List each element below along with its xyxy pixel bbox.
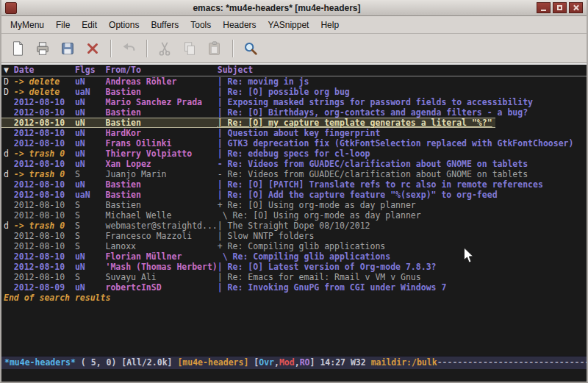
menu-item-headers[interactable]: Headers [217,17,262,33]
header-subject[interactable]: Subject [218,65,253,75]
save-button[interactable] [57,38,78,59]
date-column: 2012-08-10 [14,251,75,262]
from-column: Bastien [105,190,217,200]
message-row[interactable]: 2012-08-10uNXan Lopez- Re: Videos from G… [1,159,587,169]
message-row[interactable]: 2012-08-10uNMario Sanchez Prada| Exposin… [1,97,587,107]
subject-column: - Re: Videos from GUADEC/clarification a… [218,159,528,169]
subject-column: | Slow NNTP folders [218,231,315,241]
header-date[interactable]: Date [14,65,75,76]
close-buffer-button[interactable] [82,38,103,59]
subject-column: | Re: [O] Birthdays, org-contacts and ag… [218,107,528,118]
menu-item-file[interactable]: File [50,17,76,33]
date-column: 2012-08-10 [14,97,75,107]
message-row[interactable]: 2012-08-10SSuvayu Ali| Re: Emacs for ema… [1,272,587,282]
subject-column: | Question about key fingerprint [218,128,381,138]
flags-column: uN [75,159,106,169]
undo-button[interactable] [118,38,139,59]
from-column: Mario Sanchez Prada [105,97,217,107]
message-row-current[interactable]: 2012-08-10uNBastien| Re: [O] my capture … [1,118,495,128]
date-column: 2012-08-10 [14,179,75,190]
copy-icon [182,40,198,57]
from-column: 'Mash (Thomas Herbert) [105,262,217,272]
print-button[interactable] [32,38,53,59]
modeline-plain: ( 5, 0) [All/2.0k] [76,357,177,368]
date-column: 2012-08-10 [14,107,75,118]
title-bar: emacs: *mu4e-headers* [mu4e-headers] [1,0,587,16]
window-menu-icon[interactable] [5,2,17,14]
close-button[interactable] [569,2,583,13]
message-row[interactable]: D-> deleteuaNBastien| Re: [O] possible o… [1,87,587,97]
message-row[interactable]: 2012-08-10SFrancesco Mazzoli| Slow NNTP … [1,231,587,241]
mark-column: d [4,169,14,179]
message-row[interactable]: d-> trash 0uNThierry Volpiatto| Re: edeb… [1,148,587,159]
message-list: D-> deleteuNAndreas Röhler| Re: moving i… [1,76,587,293]
header-from[interactable]: From/To [105,65,217,76]
paste-button[interactable] [204,38,225,59]
menu-item-buffers[interactable]: Buffers [145,17,184,33]
new-file-button[interactable] [7,38,28,59]
menu-item-help[interactable]: Help [315,17,345,33]
message-row[interactable]: 2012-08-10uNHardKor| Question about key … [1,128,587,138]
menu-item-tools[interactable]: Tools [184,17,217,33]
flags-column: S [75,210,106,221]
subject-column: | Re: [O] my capture template generates … [218,118,492,128]
emacs-frame: emacs: *mu4e-headers* [mu4e-headers] MyM… [0,0,588,383]
message-row[interactable]: 2012-08-10uNBastien| Re: [O] [PATCH] Tra… [1,179,587,190]
subject-column: | GTK3 deprecation fix (GtkFontSelection… [218,138,574,148]
menu-item-mymenu[interactable]: MyMenu [4,17,50,33]
from-column: Bastien [105,118,217,127]
mode-line: *mu4e-headers* ( 5, 0) [All/2.0k] [mu4e-… [1,356,587,369]
message-row[interactable]: d-> trash 0Swebmaster@straightd...| The … [1,221,587,231]
flags-column: uN [75,97,106,107]
message-row[interactable]: d-> trash 0SJuanjo Marin- Re: Videos fro… [1,169,587,179]
subject-column: | Exposing masked strings for password f… [218,97,533,107]
date-column: -> trash 0 [14,169,75,179]
subject-column: | The Straight Dope 08/10/2012 [218,221,370,231]
message-row[interactable]: 2012-08-10SMichael Welle \ Re: [O] Using… [1,210,587,221]
menu-item-yasnippet[interactable]: YASnippet [262,17,315,33]
menu-item-options[interactable]: Options [103,17,145,33]
search-icon [243,40,259,57]
message-row[interactable]: 2012-08-10SLanoxx+ Re: Compiling glib ap… [1,241,587,251]
message-row[interactable]: 2012-08-10uN'Mash (Thomas Herbert)| Re: … [1,262,587,272]
search-button[interactable] [240,38,261,59]
message-row[interactable]: 2012-08-09uNrobertcInSD| Re: Invoking Gn… [1,282,587,293]
message-row[interactable]: 2012-08-10SBastien+ Re: [O] Using org-mo… [1,200,587,210]
message-row[interactable]: 2012-08-10uNFlorian Müllner \ Re: Compil… [1,251,587,262]
modeline-orange: maildir:/bulk [371,357,437,368]
subject-column: | Re: [O] possible org bug [218,87,350,97]
message-row[interactable]: 2012-08-10uaNBastien| Re: [O] Add the ca… [1,190,587,200]
save-icon [60,40,76,57]
copy-button[interactable] [179,38,200,59]
echo-area [1,369,587,382]
from-column: Michael Welle [105,210,217,221]
modeline-purple: RO [300,357,310,368]
message-row[interactable]: D-> deleteuNAndreas Röhler| Re: moving i… [1,76,587,87]
menu-item-edit[interactable]: Edit [76,17,103,33]
flags-column: uN [75,107,106,118]
date-column: -> trash 0 [14,221,75,231]
from-column: Florian Müllner [105,251,217,262]
flags-column: uN [75,76,106,87]
from-column: webmaster@straightd... [105,221,217,231]
window-controls [537,2,583,13]
end-of-results: End of search results [1,293,587,303]
header-flags[interactable]: Flgs [75,65,106,76]
modeline-cyan: Ovr [259,357,274,368]
from-column: HardKor [105,128,217,138]
message-row[interactable]: 2012-08-10uNFrans Oilinki| GTK3 deprecat… [1,138,587,148]
maximize-button[interactable] [553,2,567,13]
minimize-button[interactable] [537,2,551,13]
message-row[interactable]: 2012-08-10uNBastien| Re: [O] Birthdays, … [1,107,587,118]
cut-button[interactable] [154,38,175,59]
mark-column: d [4,221,14,231]
from-column: Bastien [105,107,217,118]
date-column: 2012-08-09 [14,282,75,293]
modeline-plain: [ [248,357,259,368]
flags-column: uN [75,138,106,148]
mark-column: D [4,87,14,97]
subject-column: | Re: moving in js [218,76,309,87]
sort-indicator-icon[interactable]: ▼ [4,65,14,76]
flags-column: uN [75,282,106,293]
from-column: Frans Oilinki [105,138,217,148]
